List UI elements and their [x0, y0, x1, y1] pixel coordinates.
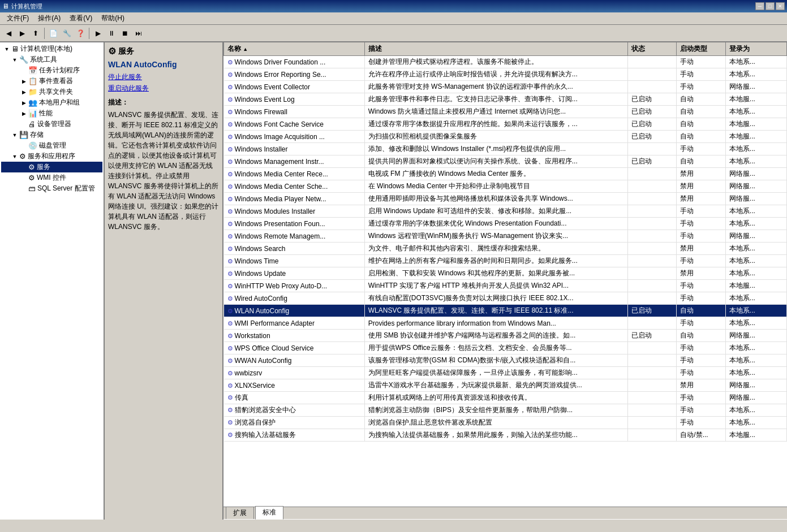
- table-row[interactable]: ⚙Windows Media Center Rece...电视或 FM 广播接收…: [224, 168, 787, 180]
- tree-task-scheduler[interactable]: 📅 任务计划程序: [1, 65, 102, 76]
- table-row[interactable]: ⚙搜狗输入法基础服务为搜狗输入法提供基础服务，如果禁用此服务，则输入法的某些功能…: [224, 429, 787, 442]
- table-row[interactable]: ⚙WPS Office Cloud Service用于提供WPS Office云…: [224, 342, 787, 354]
- properties-button[interactable]: 🔧: [61, 27, 73, 40]
- service-name-cell: ⚙WMI Performance Adapter: [224, 317, 365, 330]
- table-row[interactable]: ⚙WinHTTP Web Proxy Auto-D...WinHTTP 实现了客…: [224, 280, 787, 292]
- services-table-container[interactable]: 名称 ▲ 描述 状态 启动类型 登录为: [223, 42, 787, 507]
- tab-expand[interactable]: 扩展: [226, 507, 254, 519]
- stop-button[interactable]: ⏹: [119, 27, 131, 40]
- table-row[interactable]: ⚙wwbizsrv为阿里旺旺客户端提供基础保障服务，一旦停止该服务，有可能影响.…: [224, 367, 787, 379]
- tree-device-manager[interactable]: 🖨 设备管理器: [1, 119, 102, 129]
- table-row[interactable]: ⚙Wired AutoConfig有线自动配置(DOT3SVC)服务负责对以太网…: [224, 292, 787, 305]
- service-status-cell: [627, 230, 677, 243]
- service-startup-cell: 手动: [677, 292, 726, 305]
- table-row[interactable]: ⚙Workstation使用 SMB 协议创建并维护客户端网络与远程服务器之间的…: [224, 330, 787, 342]
- stop-service-link[interactable]: 停止此服务: [108, 72, 219, 82]
- service-name-cell: ⚙猎豹浏览器安全中心: [224, 404, 365, 417]
- service-status-cell: [627, 205, 677, 218]
- service-startup-cell: 手动: [677, 143, 726, 155]
- show-hide-button[interactable]: 📄: [47, 27, 59, 40]
- service-name-cell: ⚙Windows Media Player Netw...: [224, 193, 365, 205]
- bottom-tabs: 扩展 标准: [223, 507, 787, 519]
- menu-help[interactable]: 帮助(H): [97, 12, 129, 24]
- tree-performance[interactable]: ▶ 📊 性能: [1, 108, 102, 119]
- table-row[interactable]: ⚙传真利用计算机或网络上的可用传真资源发送和接收传真。手动网络服...: [224, 392, 787, 404]
- table-row[interactable]: ⚙Windows Modules Installer启用 Windows Upd…: [224, 205, 787, 218]
- col-header-startup[interactable]: 启动类型: [677, 42, 726, 56]
- tree-sql-config[interactable]: 🗃 SQL Server 配置管: [1, 183, 102, 194]
- tree-shared-folders[interactable]: ▶ 📁 共享文件夹: [1, 86, 102, 97]
- table-row[interactable]: ⚙Windows Management Instr...提供共同的界面和对象模式…: [224, 155, 787, 168]
- service-desc-cell: 此服务将管理对支持 WS-Management 协议的远程源中事件的永久...: [364, 81, 627, 93]
- restart-service-link[interactable]: 重启动此服务: [108, 84, 219, 93]
- col-header-name[interactable]: 名称 ▲: [224, 42, 365, 56]
- up-button[interactable]: ⬆: [29, 27, 42, 40]
- table-row[interactable]: ⚙Windows Media Player Netw...使用通用即插即用设备与…: [224, 193, 787, 205]
- tab-standard[interactable]: 标准: [255, 506, 283, 520]
- service-name-cell: ⚙XLNXService: [224, 379, 365, 392]
- table-row[interactable]: ⚙Windows Search为文件、电子邮件和其他内容索引、属性缓存和搜索结果…: [224, 243, 787, 255]
- table-row[interactable]: ⚙Windows FirewallWindows 防火墙通过阻止未授权用户通过 …: [224, 106, 787, 118]
- table-row[interactable]: ⚙Windows Font Cache Service通过缓存常用字体数据提升应…: [224, 118, 787, 131]
- table-row[interactable]: ⚙XLNXService迅雷牛X游戏水平台基础服务，为玩家提供最新、最先的网页游…: [224, 379, 787, 392]
- menu-file[interactable]: 文件(F): [2, 12, 33, 24]
- tree-system-tools[interactable]: ▼ 🔧 系统工具: [1, 54, 102, 65]
- services-panel-title: 服务: [118, 46, 134, 57]
- table-row[interactable]: ⚙WMI Performance AdapterProvides perform…: [224, 317, 787, 330]
- col-header-login[interactable]: 登录为: [725, 42, 786, 56]
- col-login-label: 登录为: [729, 45, 750, 53]
- menu-view[interactable]: 查看(V): [65, 12, 97, 24]
- service-startup-cell: 手动: [677, 417, 726, 429]
- services-folder-icon: ⚙: [19, 152, 26, 161]
- pause-button[interactable]: ⏸: [105, 27, 118, 40]
- table-row[interactable]: ⚙Windows Update启用检测、下载和安装 Windows 和其他程序的…: [224, 267, 787, 280]
- service-name-cell: ⚙Windows Modules Installer: [224, 205, 365, 218]
- table-row[interactable]: ⚙Windows Driver Foundation ...创建并管理用户模式驱…: [224, 56, 787, 68]
- table-row[interactable]: ⚙Windows Media Center Sche...在 Windows M…: [224, 180, 787, 193]
- col-header-desc[interactable]: 描述: [364, 42, 627, 56]
- service-login-cell: 本地服...: [725, 131, 786, 143]
- table-row[interactable]: ⚙Windows Installer添加、修改和删除以 Windows Inst…: [224, 143, 787, 155]
- service-login-cell: 网络服...: [725, 379, 786, 392]
- close-button[interactable]: ✕: [776, 2, 785, 10]
- tree-event-viewer[interactable]: ▶ 📋 事件查看器: [1, 76, 102, 86]
- tree-services-apps[interactable]: ▼ ⚙ 服务和应用程序: [1, 151, 102, 162]
- table-row[interactable]: ⚙WLAN AutoConfigWLANSVC 服务提供配置、发现、连接、断开与…: [224, 305, 787, 317]
- table-row[interactable]: ⚙Windows Event Collector此服务将管理对支持 WS-Man…: [224, 81, 787, 93]
- table-row[interactable]: ⚙Windows Error Reporting Se...允许在程序停止运行或…: [224, 68, 787, 81]
- help-button[interactable]: ❓: [74, 27, 87, 40]
- service-status-cell: [627, 56, 677, 68]
- table-row[interactable]: ⚙WWAN AutoConfig该服务管理移动宽带(GSM 和 CDMA)数据卡…: [224, 354, 787, 367]
- service-status-cell: 已启动: [627, 131, 677, 143]
- table-row[interactable]: ⚙Windows Presentation Foun...通过缓存常用的字体数据…: [224, 218, 787, 230]
- table-row[interactable]: ⚙浏览器自保护浏览器自保护,阻止恶意软件篡改系统配置手动本地系...: [224, 417, 787, 429]
- service-status-cell: [627, 392, 677, 404]
- service-login-cell: 本地服...: [725, 429, 786, 442]
- col-header-status[interactable]: 状态: [627, 42, 677, 56]
- tree-storage[interactable]: ▼ 💾 存储: [1, 129, 102, 140]
- table-row[interactable]: ⚙Windows Event Log此服务管理事件和事件日志。它支持日志记录事件…: [224, 93, 787, 106]
- service-row-icon: ⚙: [227, 121, 233, 128]
- service-desc-cell: 该服务管理移动宽带(GSM 和 CDMA)数据卡/嵌入式模块适配器和自...: [364, 354, 627, 367]
- table-row[interactable]: ⚙Windows Time维护在网络上的所有客户端和服务器的时间和日期同步。如果…: [224, 255, 787, 267]
- tree-wmi[interactable]: ⚙ WMI 控件: [1, 172, 102, 183]
- table-row[interactable]: ⚙猎豹浏览器安全中心猎豹浏览器主动防御（BIPS）及安全组件更新服务，帮助用户防…: [224, 404, 787, 417]
- forward-button[interactable]: ▶: [16, 27, 28, 40]
- skip-button[interactable]: ⏭: [132, 27, 145, 40]
- run-button[interactable]: ▶: [92, 27, 104, 40]
- minimize-button[interactable]: ─: [755, 2, 764, 10]
- sort-arrow: ▲: [243, 46, 248, 52]
- service-desc-cell: Windows 远程管理(WinRM)服务执行 WS-Management 协议…: [364, 230, 627, 243]
- tree-disk-mgmt[interactable]: 💿 磁盘管理: [1, 140, 102, 151]
- tree-local-users[interactable]: ▶ 👥 本地用户和组: [1, 97, 102, 108]
- service-status-cell: [627, 429, 677, 442]
- maximize-button[interactable]: □: [766, 2, 775, 10]
- tree-root[interactable]: ▼ 🖥 计算机管理(本地): [1, 44, 102, 54]
- back-button[interactable]: ◀: [2, 27, 15, 40]
- menu-action[interactable]: 操作(A): [33, 12, 65, 24]
- table-row[interactable]: ⚙Windows Image Acquisition ...为扫描仪和照相机提供…: [224, 131, 787, 143]
- service-login-cell: 本地系...: [725, 267, 786, 280]
- tree-services[interactable]: ⚙ 服务: [1, 162, 102, 172]
- window-controls[interactable]: ─ □ ✕: [755, 2, 785, 10]
- table-row[interactable]: ⚙Windows Remote Managem...Windows 远程管理(W…: [224, 230, 787, 243]
